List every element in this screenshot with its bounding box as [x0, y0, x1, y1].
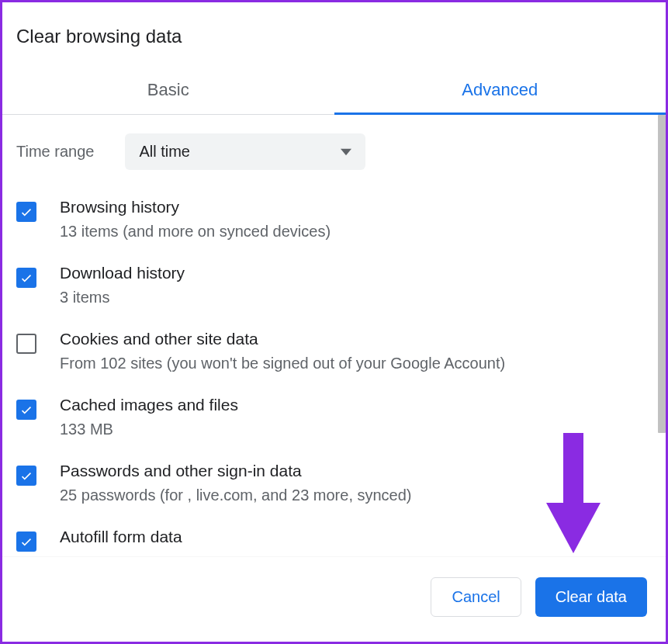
time-range-value: All time: [139, 143, 190, 161]
checkbox[interactable]: [16, 334, 36, 354]
scrollbar[interactable]: [658, 115, 666, 433]
list-item: Cached images and files133 MB: [16, 386, 658, 452]
item-title: Download history: [60, 264, 658, 282]
item-text: Passwords and other sign-in data25 passw…: [60, 462, 658, 504]
checkbox[interactable]: [16, 202, 36, 222]
time-range-dropdown[interactable]: All time: [125, 133, 365, 170]
tab-advanced[interactable]: Advanced: [334, 66, 666, 114]
item-title: Autofill form data: [60, 528, 658, 546]
item-text: Browsing history13 items (and more on sy…: [60, 198, 658, 241]
item-text: Download history3 items: [60, 264, 658, 306]
time-range-row: Time range All time: [2, 115, 658, 189]
checkbox[interactable]: [16, 531, 36, 552]
checkbox[interactable]: [16, 400, 36, 420]
item-subtitle: 13 items (and more on synced devices): [60, 223, 658, 241]
clear-data-button[interactable]: Clear data: [535, 577, 647, 617]
caret-down-icon: [341, 145, 351, 159]
list-item: Autofill form data: [16, 518, 658, 556]
list-item: Cookies and other site dataFrom 102 site…: [16, 320, 658, 386]
list-item: Browsing history13 items (and more on sy…: [16, 189, 658, 254]
item-text: Cookies and other site dataFrom 102 site…: [60, 330, 658, 372]
item-title: Browsing history: [60, 198, 658, 216]
item-text: Cached images and files133 MB: [60, 396, 658, 438]
item-subtitle: 3 items: [60, 289, 658, 306]
item-text: Autofill form data: [60, 528, 658, 546]
dialog-footer: Cancel Clear data: [2, 556, 666, 642]
cancel-button[interactable]: Cancel: [431, 577, 521, 617]
list-item: Download history3 items: [16, 254, 658, 320]
list-item: Passwords and other sign-in data25 passw…: [16, 452, 658, 518]
dialog-title: Clear browsing data: [2, 2, 666, 66]
dialog-content: Time range All time Browsing history13 i…: [2, 115, 666, 556]
data-type-list: Browsing history13 items (and more on sy…: [2, 189, 658, 556]
checkbox[interactable]: [16, 466, 36, 486]
tabs: Basic Advanced: [2, 66, 666, 115]
item-title: Cookies and other site data: [60, 330, 658, 348]
checkbox[interactable]: [16, 268, 36, 288]
tab-basic[interactable]: Basic: [2, 66, 334, 114]
clear-browsing-data-dialog: Clear browsing data Basic Advanced Time …: [2, 2, 666, 642]
item-subtitle: From 102 sites (you won't be signed out …: [60, 355, 658, 372]
item-title: Passwords and other sign-in data: [60, 462, 658, 480]
item-title: Cached images and files: [60, 396, 658, 414]
item-subtitle: 25 passwords (for , live.com, and 23 mor…: [60, 486, 658, 504]
item-subtitle: 133 MB: [60, 421, 658, 438]
time-range-label: Time range: [16, 143, 94, 161]
